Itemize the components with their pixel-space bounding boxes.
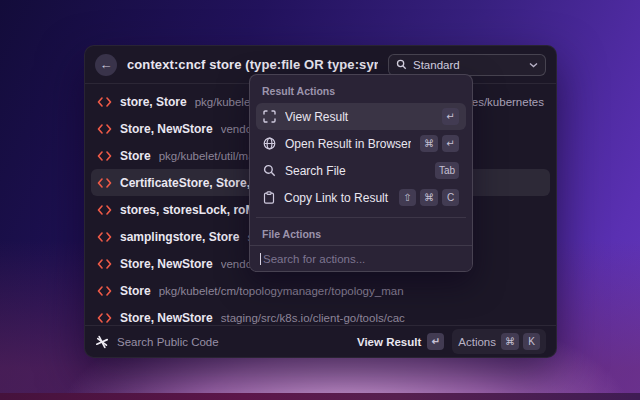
code-symbol-icon [97,151,112,161]
keycap: C [442,189,459,206]
search-query-input[interactable]: context:cncf store (type:file OR type:sy… [127,57,378,72]
result-symbols: samplingstore, Store [120,230,239,244]
action-keys: Tab [435,162,459,179]
chevron-down-icon [529,62,538,68]
section-title: File Actions [256,226,466,245]
section-title: Result Actions [256,83,466,103]
search-icon [263,164,276,177]
brand: Search Public Code [95,335,219,349]
action-item-search-file[interactable]: Search FileTab [256,157,466,184]
keycap: Tab [435,162,459,179]
actions-search-input[interactable]: Search for actions... [250,245,472,271]
action-item-copy-link-to-result[interactable]: Copy Link to Result⇧⌘C [256,184,466,211]
action-item-open-result-in-browser[interactable]: Open Result in Browser⌘↵ [256,130,466,157]
keycap: ⌘ [420,135,438,152]
keycap: ⇧ [399,189,416,206]
keycap: ⌘ [420,189,438,206]
code-symbol-icon [97,313,112,323]
scan-icon [263,110,276,123]
code-symbol-icon [97,124,112,134]
search-mode-dropdown[interactable]: Standard [388,54,546,76]
code-symbol-icon [97,259,112,269]
actions-menu-list: Result ActionsView Result↵Open Result in… [250,75,472,245]
code-symbol-icon [97,178,112,188]
result-path: staging/src/k8s.io/client-go/tools/cac [221,312,405,324]
section-divider [256,217,466,218]
result-symbols: Store, NewStore [120,311,213,325]
back-button[interactable]: ← [95,54,117,76]
result-symbols: Store, NewStore [120,257,213,271]
action-label: Copy Link to Result [284,191,390,205]
footer-bar: Search Public Code View Result ↵ Actions… [85,325,556,357]
actions-menu-popup: Result ActionsView Result↵Open Result in… [249,74,473,272]
keycap: ↵ [442,135,459,152]
action-keys: ↵ [442,108,459,125]
result-symbols: Store [120,284,151,298]
search-icon [396,59,407,70]
action-item-view-result[interactable]: View Result↵ [256,103,466,130]
code-symbol-icon [97,286,112,296]
text-caret [260,253,261,265]
desktop-background: ← context:cncf store (type:file OR type:… [0,0,640,400]
code-symbol-icon [97,232,112,242]
sourcegraph-logo-icon [95,335,109,349]
action-keys: ⌘↵ [420,135,459,152]
keycap: ↵ [442,108,459,125]
globe-icon [263,137,276,150]
action-label: Open Result in Browser [285,137,411,151]
desktop-bottom-strip [0,393,640,400]
actions-keys: ⌘K [501,333,540,350]
action-label: Search File [285,164,426,178]
keycap: K [523,333,540,350]
result-symbols: Store [120,149,151,163]
result-symbols: Store, NewStore [120,122,213,136]
view-result-footer-button[interactable]: View Result ↵ [357,333,444,350]
result-path: pkg/kubelet/cm/topologymanager/topology_… [159,285,404,297]
keycap: ⌘ [501,333,519,350]
actions-search-placeholder: Search for actions... [263,253,365,265]
actions-footer-button[interactable]: Actions ⌘K [452,329,546,354]
clipboard-icon [263,191,275,204]
code-symbol-icon [97,97,112,107]
action-keys: ⇧⌘C [399,189,459,206]
code-symbol-icon [97,205,112,215]
primary-action-keys: ↵ [427,333,444,350]
brand-label: Search Public Code [117,336,219,348]
keycap: ↵ [427,333,444,350]
result-row[interactable]: Storepkg/kubelet/cm/topologymanager/topo… [91,277,550,304]
search-mode-label: Standard [413,59,460,71]
result-row[interactable]: Store, NewStorestaging/src/k8s.io/client… [91,304,550,325]
action-label: View Result [285,110,433,124]
result-symbols: store, Store [120,95,187,109]
